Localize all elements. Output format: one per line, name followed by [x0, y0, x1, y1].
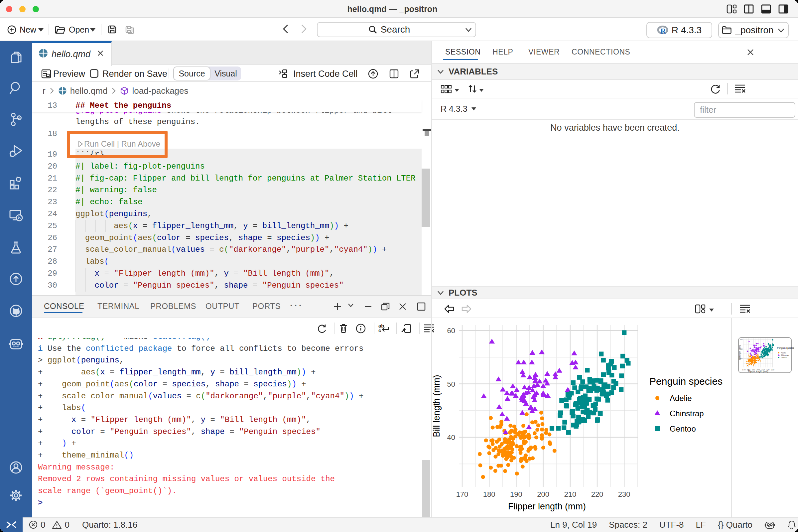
svg-text:Flipper length (mm): Flipper length (mm)	[748, 370, 768, 373]
svg-text:Adelie: Adelie	[781, 352, 786, 354]
svg-text:60: 60	[740, 339, 742, 341]
svg-text:Penguin species: Penguin species	[777, 347, 794, 349]
svg-text:230: 230	[771, 369, 775, 371]
svg-text:170: 170	[742, 369, 746, 371]
svg-text:Bill length (mm): Bill length (mm)	[739, 345, 741, 360]
svg-text:Gentoo: Gentoo	[781, 357, 787, 358]
svg-text:Chinstrap: Chinstrap	[781, 354, 789, 356]
